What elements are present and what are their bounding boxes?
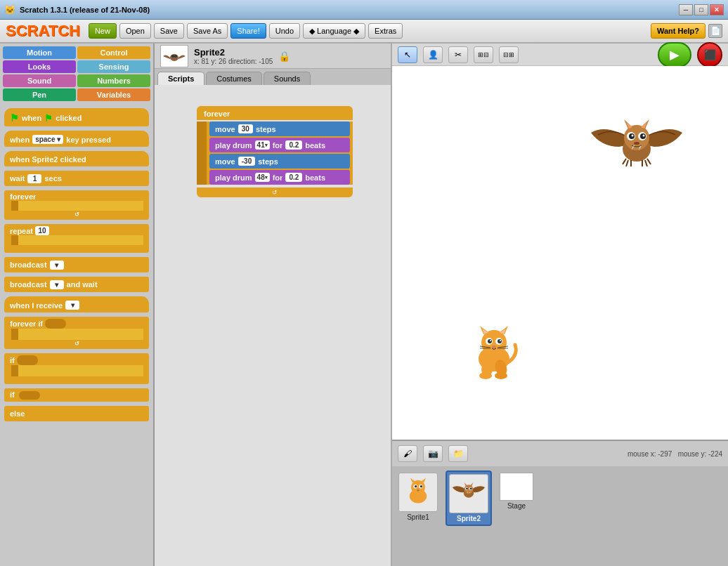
move2-steps[interactable]: -30 (238, 157, 255, 166)
broadcast-dropdown[interactable]: ▾ (50, 261, 64, 270)
share-button[interactable]: Share! (230, 23, 266, 39)
open-button[interactable]: Open (119, 23, 151, 39)
broadcast-block[interactable]: broadcast ▾ (4, 257, 149, 272)
forever-label: forever (204, 110, 230, 118)
new-button[interactable]: New (89, 23, 117, 39)
save-as-button[interactable]: Save As (187, 23, 228, 39)
stage-thumb[interactable]: Stage (498, 470, 535, 512)
drum2-num[interactable]: 48▾ (255, 173, 270, 182)
scripts-canvas[interactable]: forever move 30 steps play drum 41▾ for (155, 85, 391, 566)
svg-point-2 (174, 55, 177, 58)
settings-icon[interactable]: 📄 (708, 24, 722, 38)
tab-scripts[interactable]: Scripts (157, 72, 204, 85)
drum1-label: play drum (215, 141, 252, 150)
go-icon: ▶ (670, 47, 680, 62)
sprite-tray-area: 🖌 📷 📁 mouse x: -297 mouse y: -224 (392, 440, 728, 566)
key-dropdown[interactable]: space ▾ (32, 135, 63, 144)
drum1-num[interactable]: 41▾ (255, 140, 270, 150)
drum2-beats[interactable]: 0.2 (285, 173, 302, 182)
shrink-tool[interactable]: ⊟⊞ (499, 46, 519, 63)
new-sprite-photo-button[interactable]: 📷 (423, 445, 443, 462)
when-clicked-block[interactable]: ⚑ when ⚑ clicked (4, 108, 149, 126)
category-sound[interactable]: Sound (3, 74, 76, 87)
move2-unit: steps (258, 157, 278, 166)
forever-body: move 30 steps play drum 41▾ for 0.2 beat… (197, 121, 353, 185)
help-button[interactable]: Want Help? (651, 23, 706, 39)
close-button[interactable]: ✕ (710, 4, 724, 15)
broadcast-wait-block[interactable]: broadcast ▾ and wait (4, 277, 149, 292)
undo-button[interactable]: Undo (269, 23, 300, 39)
move2-block[interactable]: move -30 steps (209, 154, 350, 169)
extras-button[interactable]: Extras (368, 23, 403, 39)
sprite2-image (449, 474, 488, 513)
sprite-tray-toolbar: 🖌 📷 📁 mouse x: -297 mouse y: -224 (392, 441, 728, 466)
mouse-coords: mouse x: -297 mouse y: -224 (628, 450, 722, 458)
new-sprite-paint-button[interactable]: 🖌 (398, 445, 417, 462)
language-button[interactable]: ◆ Language ◆ (303, 23, 365, 39)
category-control[interactable]: Control (77, 46, 150, 59)
drum1-beats[interactable]: 0.2 (285, 140, 302, 150)
receive-dropdown[interactable]: ▾ (65, 301, 79, 310)
sprite1-thumb[interactable]: Sprite1 (396, 470, 440, 523)
stage-thumb-image (500, 473, 533, 501)
mouse-x: -297 (658, 450, 672, 458)
stage-view[interactable] (392, 66, 728, 440)
stop-icon: ⬛ (704, 49, 716, 60)
main-area: Motion Control Looks Sensing Sound Numbe… (0, 44, 728, 566)
if-block[interactable]: if (4, 353, 149, 384)
bat-sprite[interactable] (587, 108, 686, 192)
drum1-block[interactable]: play drum 41▾ for 0.2 beats (209, 138, 350, 152)
svg-marker-42 (421, 478, 426, 482)
repeat-value[interactable]: 10 (35, 226, 49, 235)
new-sprite-folder-button[interactable]: 📁 (448, 445, 468, 462)
stage-thumb-name: Stage (507, 502, 526, 510)
script-forever: forever move 30 steps play drum 41▾ for (197, 106, 353, 197)
tabs: Scripts Costumes Sounds (155, 69, 391, 85)
when-key-pressed-block[interactable]: when space ▾ key pressed (4, 131, 149, 147)
drum2-block[interactable]: play drum 48▾ for 0.2 beats (209, 170, 350, 185)
stamp-tool[interactable]: 👤 (423, 46, 443, 63)
sprite1-name: Sprite1 (407, 513, 429, 521)
tab-costumes[interactable]: Costumes (206, 72, 262, 85)
if-else-block[interactable]: if (4, 388, 149, 402)
blocks-area: ⚑ when ⚑ clicked when space ▾ key presse… (0, 104, 153, 566)
left-panel: Motion Control Looks Sensing Sound Numbe… (0, 44, 155, 566)
save-button[interactable]: Save (154, 23, 184, 39)
maximize-button[interactable]: □ (694, 4, 708, 15)
broadcast-wait-dropdown[interactable]: ▾ (50, 280, 64, 289)
lock-icon[interactable]: 🔒 (278, 51, 290, 62)
category-numbers[interactable]: Numbers (77, 74, 150, 87)
sprite-header: Sprite2 x: 81 y: 26 direction: -105 🔒 (155, 44, 391, 69)
move1-block[interactable]: move 30 steps (209, 121, 350, 136)
cat-sprite[interactable] (462, 320, 526, 383)
category-motion[interactable]: Motion (3, 46, 76, 59)
stop-button[interactable]: ⬛ (697, 42, 722, 67)
else-block[interactable]: else (4, 406, 149, 421)
when-receive-block[interactable]: when I receive ▾ (4, 296, 149, 312)
wait-block[interactable]: wait 1 secs (4, 171, 149, 186)
minimize-button[interactable]: ─ (679, 4, 693, 15)
repeat-block[interactable]: repeat 10 (4, 224, 149, 253)
wait-value[interactable]: 1 (27, 174, 41, 183)
tab-sounds[interactable]: Sounds (264, 72, 311, 85)
drum2-label: play drum (215, 173, 252, 182)
titlebar-title: Scratch 1.3.1 (release of 21-Nov-08) (20, 6, 150, 14)
sprite-name: Sprite2 (194, 47, 273, 58)
move1-steps[interactable]: 30 (238, 124, 253, 133)
when-sprite-clicked-block[interactable]: when Sprite2 clicked (4, 151, 149, 166)
category-pen[interactable]: Pen (3, 88, 76, 101)
svg-point-14 (500, 340, 501, 341)
category-looks[interactable]: Looks (3, 60, 76, 73)
go-button[interactable]: ▶ (658, 42, 691, 67)
sprite2-thumb[interactable]: Sprite2 (446, 470, 492, 526)
move2-label: move (215, 157, 235, 166)
category-sensing[interactable]: Sensing (77, 60, 150, 73)
svg-point-11 (488, 339, 492, 343)
cursor-tool[interactable]: ↖ (398, 46, 417, 63)
forever-block[interactable]: forever ↺ (4, 190, 149, 220)
category-variables[interactable]: Variables (77, 88, 150, 101)
forever-if-block[interactable]: forever if ↺ (4, 317, 149, 349)
grow-tool[interactable]: ⊞⊟ (474, 46, 493, 63)
scissors-tool[interactable]: ✂ (448, 46, 468, 63)
svg-point-54 (466, 487, 468, 489)
